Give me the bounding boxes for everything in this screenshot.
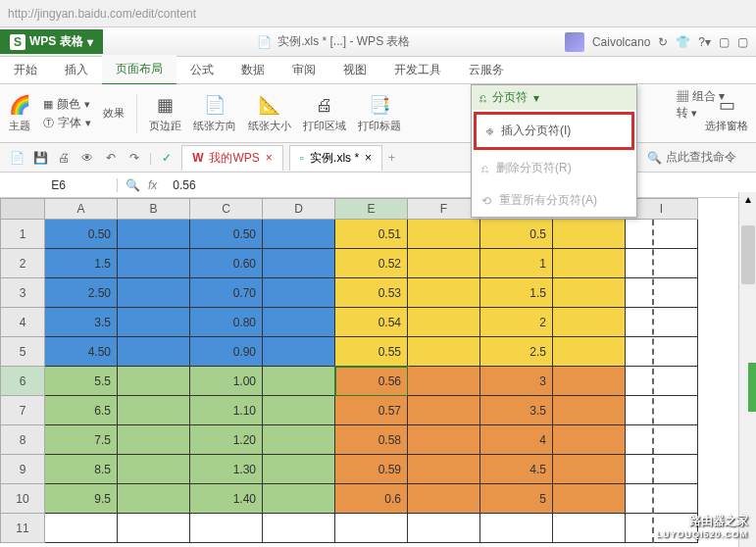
cell-C11[interactable] — [190, 514, 263, 543]
cell-D5[interactable] — [263, 337, 335, 367]
col-header-A[interactable]: A — [45, 198, 118, 220]
cell-B5[interactable] — [118, 337, 190, 367]
cell-F3[interactable] — [408, 278, 480, 308]
row-header-9[interactable]: 9 — [0, 455, 45, 484]
menu-insert[interactable]: 插入 — [51, 56, 102, 84]
cell-H2[interactable] — [553, 249, 626, 278]
cell-A3[interactable]: 2.50 — [45, 278, 118, 308]
cell-G7[interactable]: 3.5 — [480, 396, 553, 425]
cell-F9[interactable] — [408, 455, 480, 484]
cell-B3[interactable] — [118, 278, 190, 308]
fx-label[interactable]: fx — [148, 178, 157, 192]
col-header-B[interactable]: B — [118, 198, 190, 220]
font-btn[interactable]: Ⓣ 字体 ▾ — [43, 115, 91, 131]
cell-G11[interactable] — [480, 514, 553, 543]
cell-H8[interactable] — [553, 425, 626, 455]
dropdown-icon[interactable]: ▾ — [87, 35, 93, 49]
cell-B6[interactable] — [118, 367, 190, 396]
cell-D9[interactable] — [263, 455, 335, 484]
cell-E10[interactable]: 0.6 — [335, 484, 408, 514]
col-header-D[interactable]: D — [263, 198, 335, 220]
cell-D4[interactable] — [263, 308, 335, 337]
ribbon-rotate[interactable]: 转 ▾ — [677, 105, 697, 122]
name-box[interactable]: E6 — [0, 178, 118, 192]
search-command[interactable]: 🔍 点此查找命令 — [647, 149, 748, 166]
shirt-icon[interactable]: 👕 — [676, 35, 690, 49]
ribbon-size[interactable]: 📐 纸张大小 — [248, 93, 291, 133]
cell-G9[interactable]: 4.5 — [480, 455, 553, 484]
cell-F6[interactable] — [408, 367, 480, 396]
username[interactable]: Caivolcano — [592, 35, 650, 49]
reset-breaks-item[interactable]: ⟲ 重置所有分页符(A) — [472, 184, 636, 217]
undo-icon[interactable]: ↶ — [102, 149, 120, 167]
cell-G6[interactable]: 3 — [480, 367, 553, 396]
menu-view[interactable]: 视图 — [329, 56, 380, 84]
cell-A8[interactable]: 7.5 — [45, 425, 118, 455]
add-tab-icon[interactable]: + — [388, 151, 395, 165]
cell-H9[interactable] — [553, 455, 626, 484]
cell-A6[interactable]: 5.5 — [45, 367, 118, 396]
cell-C5[interactable]: 0.90 — [190, 337, 263, 367]
cell-I8[interactable] — [626, 425, 698, 455]
cell-E4[interactable]: 0.54 — [335, 308, 408, 337]
cell-C2[interactable]: 0.60 — [190, 249, 263, 278]
cell-F2[interactable] — [408, 249, 480, 278]
help-icon[interactable]: ?▾ — [698, 35, 711, 49]
dropdown-header[interactable]: ⎌ 分页符 ▾ — [472, 85, 636, 110]
cell-I2[interactable] — [626, 249, 698, 278]
cell-G1[interactable]: 0.5 — [480, 220, 553, 249]
row-header-10[interactable]: 10 — [0, 484, 45, 514]
cell-D1[interactable] — [263, 220, 335, 249]
menu-cloud[interactable]: 云服务 — [455, 56, 518, 84]
cell-G10[interactable]: 5 — [480, 484, 553, 514]
cell-C3[interactable]: 0.70 — [190, 278, 263, 308]
cell-E11[interactable] — [335, 514, 408, 543]
cell-F7[interactable] — [408, 396, 480, 425]
wps-logo[interactable]: S WPS 表格 ▾ — [0, 29, 103, 54]
close-icon[interactable]: ▢ — [737, 35, 748, 49]
cell-C10[interactable]: 1.40 — [190, 484, 263, 514]
menu-start[interactable]: 开始 — [0, 56, 51, 84]
cell-H11[interactable] — [553, 514, 626, 543]
ribbon-theme[interactable]: 🌈 主题 — [8, 93, 31, 133]
cell-A5[interactable]: 4.50 — [45, 337, 118, 367]
cell-E7[interactable]: 0.57 — [335, 396, 408, 425]
cell-I3[interactable] — [626, 278, 698, 308]
cell-I6[interactable] — [626, 367, 698, 396]
ribbon-orientation[interactable]: 📄 纸张方向 — [193, 93, 236, 133]
cell-I9[interactable] — [626, 455, 698, 484]
cells-area[interactable]: 0.500.500.510.51.50.600.5212.500.700.531… — [45, 220, 756, 543]
row-header-3[interactable]: 3 — [0, 278, 45, 308]
cell-A10[interactable]: 9.5 — [45, 484, 118, 514]
scroll-thumb[interactable] — [741, 225, 755, 284]
cell-H1[interactable] — [553, 220, 626, 249]
cell-H10[interactable] — [553, 484, 626, 514]
ribbon-print-title[interactable]: 📑 打印标题 — [358, 93, 401, 133]
cell-D7[interactable] — [263, 396, 335, 425]
cell-E3[interactable]: 0.53 — [335, 278, 408, 308]
cell-A4[interactable]: 3.5 — [45, 308, 118, 337]
row-header-8[interactable]: 8 — [0, 425, 45, 455]
cell-H4[interactable] — [553, 308, 626, 337]
cell-G5[interactable]: 2.5 — [480, 337, 553, 367]
menu-page-layout[interactable]: 页面布局 — [102, 55, 176, 85]
cell-C6[interactable]: 1.00 — [190, 367, 263, 396]
cell-B11[interactable] — [118, 514, 190, 543]
row-header-2[interactable]: 2 — [0, 249, 45, 278]
cell-D3[interactable] — [263, 278, 335, 308]
insert-break-item[interactable]: ⎆ 插入分页符(I) — [474, 112, 634, 150]
cell-F11[interactable] — [408, 514, 480, 543]
ribbon-effect[interactable]: 效果 — [103, 106, 125, 121]
cell-C1[interactable]: 0.50 — [190, 220, 263, 249]
cell-D6[interactable] — [263, 367, 335, 396]
cell-A7[interactable]: 6.5 — [45, 396, 118, 425]
check-icon[interactable]: ✓ — [158, 149, 176, 167]
cell-E9[interactable]: 0.59 — [335, 455, 408, 484]
cell-I5[interactable] — [626, 337, 698, 367]
row-header-6[interactable]: 6 — [0, 367, 45, 396]
cell-G2[interactable]: 1 — [480, 249, 553, 278]
ribbon-margins[interactable]: ▦ 页边距 — [149, 93, 181, 133]
cell-D11[interactable] — [263, 514, 335, 543]
cell-B1[interactable] — [118, 220, 190, 249]
save-icon[interactable]: 💾 — [31, 149, 49, 167]
